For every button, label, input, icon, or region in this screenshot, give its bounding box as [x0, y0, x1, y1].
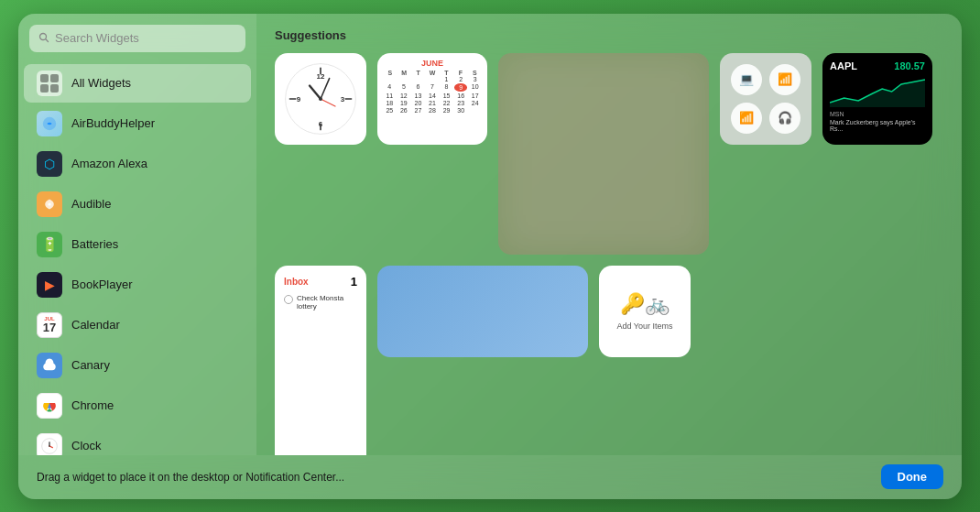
sidebar-item-airbuddy[interactable]: AirBuddyHelper [24, 104, 251, 143]
sidebar-item-all-widgets[interactable]: All Widgets [24, 64, 251, 103]
sidebar-label-batteries: Batteries [71, 237, 118, 251]
sidebar-label-alexa: Amazon Alexa [71, 157, 147, 170]
clock-icon [37, 433, 62, 455]
stocks-price: 180.57 [894, 60, 925, 71]
svg-point-3 [48, 202, 50, 205]
search-icon [38, 30, 49, 47]
sidebar-label-audible: Audible [71, 197, 111, 211]
search-input[interactable] [55, 31, 236, 45]
reminder-count: 1 [351, 275, 357, 289]
add-items-label: Add Your Items [616, 321, 672, 331]
reminder-checkbox [284, 295, 293, 304]
done-button[interactable]: Done [881, 464, 944, 489]
stocks-ticker: AAPL [830, 60, 857, 71]
sidebar-item-batteries[interactable]: 🔋 Batteries [24, 225, 251, 264]
bottom-bar: Drag a widget to place it on the desktop… [18, 455, 962, 499]
cc-wifi: 💻 [731, 64, 762, 95]
suggestions-title: Suggestions [275, 28, 943, 42]
sidebar-label-calendar: Calendar [71, 318, 120, 332]
control-center-widget[interactable]: 💻 📶 📶 🎧 [720, 53, 811, 145]
svg-point-21 [319, 97, 322, 101]
sidebar-item-alexa[interactable]: ⬡ Amazon Alexa [24, 145, 251, 183]
sidebar-label-chrome: Chrome [71, 398, 114, 412]
blurred-medium-widget[interactable] [377, 266, 588, 357]
svg-text:12: 12 [317, 71, 325, 80]
all-widgets-icon [37, 71, 62, 96]
svg-line-1 [46, 38, 49, 41]
stocks-widget[interactable]: AAPL 180.57 MSN Mark Zuckerberg says App… [822, 53, 932, 145]
clock-widget[interactable]: 12 3 6 9 [275, 53, 366, 145]
calendar-widget[interactable]: JUNE SMTWTFS 123 45678910 11121314151617… [377, 53, 487, 145]
svg-text:6: 6 [319, 120, 323, 128]
stocks-headline: Mark Zuckerberg says Apple's Rs... [830, 119, 925, 132]
widget-panel: All Widgets AirBuddyHelper ⬡ Amazon Alex… [18, 14, 962, 499]
blurred-large-widget[interactable] [498, 53, 709, 255]
svg-marker-22 [830, 80, 925, 107]
search-bar[interactable] [29, 25, 245, 52]
sidebar-label-all-widgets: All Widgets [71, 76, 131, 90]
panel-body: All Widgets AirBuddyHelper ⬡ Amazon Alex… [18, 14, 962, 455]
sidebar-label-canary: Canary [71, 358, 110, 372]
sidebar-item-calendar[interactable]: JUL 17 Calendar [24, 306, 251, 344]
cc-airdrop: 📶 [731, 103, 762, 134]
airbuddy-icon [37, 111, 62, 136]
svg-text:9: 9 [297, 95, 301, 103]
sidebar-label-clock: Clock [71, 439, 102, 452]
clock-face-svg: 12 3 6 9 [284, 62, 357, 136]
stocks-source: MSN [830, 111, 925, 117]
suggestions-grid: 12 3 6 9 JUNE [275, 53, 943, 455]
sidebar-item-canary[interactable]: Canary [24, 346, 251, 385]
chrome-icon [37, 393, 62, 419]
canary-icon [37, 353, 62, 378]
audible-icon [37, 191, 62, 217]
add-items-widget[interactable]: 🔑🚲 Add Your Items [599, 266, 691, 357]
alexa-icon: ⬡ [37, 151, 62, 177]
reminder-widget[interactable]: Inbox 1 Check Monsta lottery [275, 266, 366, 455]
bottom-hint: Drag a widget to place it on the desktop… [37, 471, 344, 484]
reminder-item-text: Check Monsta lottery [297, 294, 357, 310]
sidebar-item-clock[interactable]: Clock [24, 427, 251, 455]
svg-text:3: 3 [341, 95, 345, 103]
svg-point-8 [49, 445, 50, 447]
sidebar-item-chrome[interactable]: Chrome [24, 387, 251, 425]
add-items-icon: 🔑🚲 [620, 292, 670, 316]
cc-headphones: 🎧 [769, 103, 800, 134]
reminder-title: Inbox [284, 277, 309, 287]
sidebar-label-bookplayer: BookPlayer [71, 278, 132, 291]
sidebar: All Widgets AirBuddyHelper ⬡ Amazon Alex… [18, 14, 256, 455]
stocks-chart [830, 75, 925, 107]
sidebar-item-bookplayer[interactable]: ▶ BookPlayer [24, 266, 251, 304]
sidebar-label-airbuddy: AirBuddyHelper [71, 116, 155, 130]
batteries-icon: 🔋 [37, 232, 62, 257]
bookplayer-icon: ▶ [37, 272, 62, 298]
sidebar-item-audible[interactable]: Audible [24, 185, 251, 223]
cc-bluetooth: 📶 [769, 64, 800, 95]
main-content: Suggestions 12 3 6 9 [256, 14, 962, 455]
calendar-icon: JUL 17 [37, 312, 62, 338]
